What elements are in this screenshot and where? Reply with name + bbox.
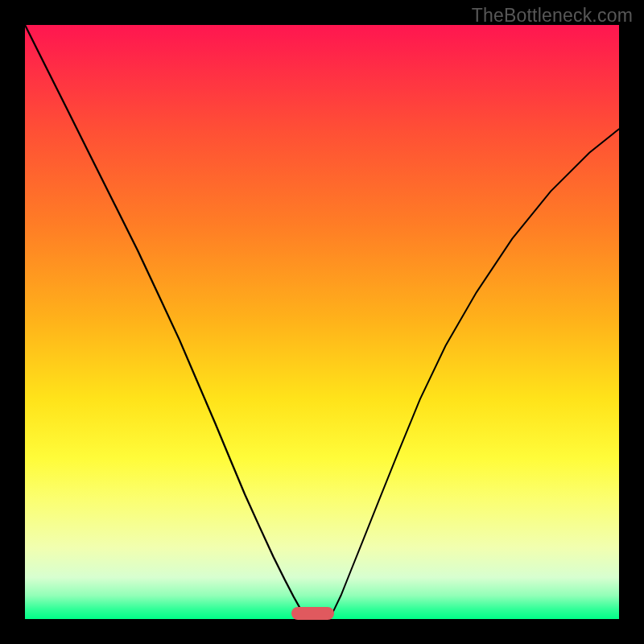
- watermark-text: TheBottleneck.com: [472, 5, 633, 27]
- minimum-marker: [291, 607, 334, 620]
- plot-area: [25, 25, 619, 619]
- bottleneck-curve: [25, 25, 619, 619]
- outer-frame: TheBottleneck.com: [0, 0, 644, 644]
- curve-left-branch: [25, 25, 304, 619]
- curve-right-branch: [329, 129, 619, 619]
